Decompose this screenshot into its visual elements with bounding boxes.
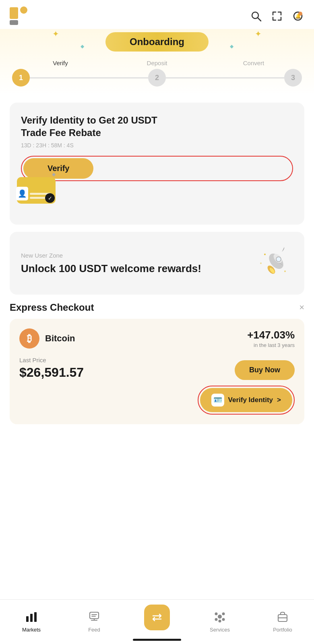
performance-label: in the last 3 years (247, 342, 295, 348)
checkout-top: ₿ Bitcoin +147.03% in the last 3 years (19, 328, 295, 349)
onboarding-title: Onboarding (105, 32, 209, 52)
step-line-2 (166, 77, 284, 78)
new-user-zone-label: New User Zone (21, 252, 253, 259)
verify-identity-button[interactable]: 🪪 Verify Identity > (200, 388, 292, 412)
step-circle-1: 1 (12, 69, 30, 87)
id-avatar-icon: 👤 (16, 187, 28, 200)
express-checkout-title: Express Checkout (10, 302, 94, 313)
svg-line-1 (258, 18, 261, 21)
feed-label: Feed (88, 627, 100, 633)
verify-identity-card: Verify Identity to Get 20 USDT Trade Fee… (10, 103, 304, 225)
bitcoin-icon: ₿ (19, 328, 39, 349)
sparkle-top-right: ✦ (255, 29, 262, 39)
svg-point-22 (215, 613, 218, 615)
verify-card-title: Verify Identity to Get 20 USDT Trade Fee… (21, 114, 170, 139)
logo-sq-gray (10, 20, 18, 25)
verify-identity-arrow: > (277, 396, 281, 404)
new-user-text: New User Zone Unlock 100 USDT welcome re… (21, 252, 253, 275)
id-card-body: 👤 ✓ (17, 177, 56, 204)
bottom-navigation: Markets Feed (0, 599, 314, 644)
step-line-1 (30, 77, 148, 78)
verify-timer: 13D : 23H : 58M : 4S (21, 142, 293, 149)
verify-identity-button-outer[interactable]: 🪪 Verify Identity > (198, 386, 295, 415)
logo-sq-yellow (10, 7, 18, 19)
trade-center-button[interactable] (144, 605, 170, 630)
svg-point-26 (222, 618, 225, 621)
svg-point-21 (218, 615, 222, 619)
rocket-illustration (253, 243, 293, 283)
verify-identity-wrap: 🪪 Verify Identity > (19, 386, 295, 415)
btc-info: ₿ Bitcoin (19, 328, 75, 349)
onboarding-banner: ✦ ✦ Onboarding ◆ ◆ Verify Deposit Conver… (0, 29, 314, 95)
svg-rect-15 (34, 612, 37, 622)
buy-now-button[interactable]: Buy Now (235, 360, 295, 380)
price-wrap: Last Price $26,591.57 (19, 357, 84, 380)
sparkle-dot-left: ◆ (81, 43, 84, 49)
price-label: Last Price (19, 357, 84, 363)
nav-item-trade[interactable] (126, 605, 188, 633)
svg-rect-13 (26, 616, 29, 622)
svg-point-10 (264, 254, 266, 255)
steps-wrap: Verify Deposit Convert 1 2 3 (0, 53, 314, 87)
svg-point-25 (215, 618, 218, 621)
notifications-icon[interactable]: 🔔 (291, 10, 304, 23)
svg-rect-14 (30, 614, 33, 622)
portfolio-icon (277, 611, 289, 624)
svg-point-9 (276, 257, 281, 262)
close-express-checkout-button[interactable]: × (299, 302, 304, 313)
nav-item-feed[interactable]: Feed (63, 611, 126, 633)
main-content: Verify Identity to Get 20 USDT Trade Fee… (0, 95, 314, 488)
verify-id-icon: 🪪 (211, 394, 224, 407)
search-icon[interactable] (250, 10, 262, 23)
feed-icon (88, 611, 100, 624)
step-label-verify: Verify (12, 60, 109, 66)
step-circle-3: 3 (284, 69, 302, 87)
id-check-icon: ✓ (45, 193, 55, 203)
svg-point-24 (219, 620, 221, 623)
new-user-title: Unlock 100 USDT welcome rewards! (21, 262, 253, 275)
id-sparkle: ◆ (52, 171, 56, 177)
svg-text:🔔: 🔔 (295, 13, 301, 19)
checkout-card: ₿ Bitcoin +147.03% in the last 3 years L… (10, 319, 304, 424)
markets-label: Markets (22, 627, 41, 633)
price-value: $26,591.57 (19, 365, 84, 380)
home-indicator (133, 639, 181, 641)
logo-dot-yellow (20, 6, 27, 14)
step-circle-2: 2 (148, 69, 166, 87)
express-checkout-section: Express Checkout × ₿ Bitcoin +147.03% in… (10, 302, 304, 424)
svg-rect-16 (90, 612, 99, 619)
expand-icon[interactable] (271, 10, 283, 23)
verify-identity-label: Verify Identity (228, 396, 273, 404)
sparkle-top-left: ✦ (52, 29, 59, 39)
id-card-illustration: ◆ 👤 ✓ (11, 171, 56, 204)
nav-item-services[interactable]: Services (188, 611, 251, 633)
checkout-bottom: Last Price $26,591.57 Buy Now (19, 357, 295, 380)
onboarding-title-wrap: ✦ ✦ Onboarding ◆ ◆ (0, 29, 314, 53)
step-label-convert: Convert (205, 60, 302, 66)
header-icons: 🔔 (250, 10, 304, 23)
section-header: Express Checkout × (10, 302, 304, 319)
nav-item-markets[interactable]: Markets (0, 611, 63, 633)
header: 🔔 (0, 0, 314, 29)
svg-point-12 (284, 270, 286, 272)
svg-point-11 (260, 262, 262, 264)
services-label: Services (210, 627, 230, 633)
new-user-card: New User Zone Unlock 100 USDT welcome re… (10, 232, 304, 295)
sparkle-dot-right: ◆ (230, 43, 233, 49)
btc-performance: +147.03% in the last 3 years (247, 329, 295, 348)
services-icon (214, 611, 226, 624)
steps-row: 1 2 3 (12, 69, 302, 87)
nav-item-portfolio[interactable]: Portfolio (251, 611, 314, 633)
performance-percent: +147.03% (247, 329, 295, 341)
step-label-deposit: Deposit (109, 60, 205, 66)
verify-button-wrap[interactable]: Verify (21, 156, 293, 181)
steps-labels: Verify Deposit Convert (12, 60, 302, 66)
bitcoin-name: Bitcoin (45, 333, 75, 344)
app-logo (10, 7, 27, 25)
svg-point-23 (222, 613, 225, 615)
portfolio-label: Portfolio (273, 627, 292, 633)
markets-icon (25, 611, 37, 624)
